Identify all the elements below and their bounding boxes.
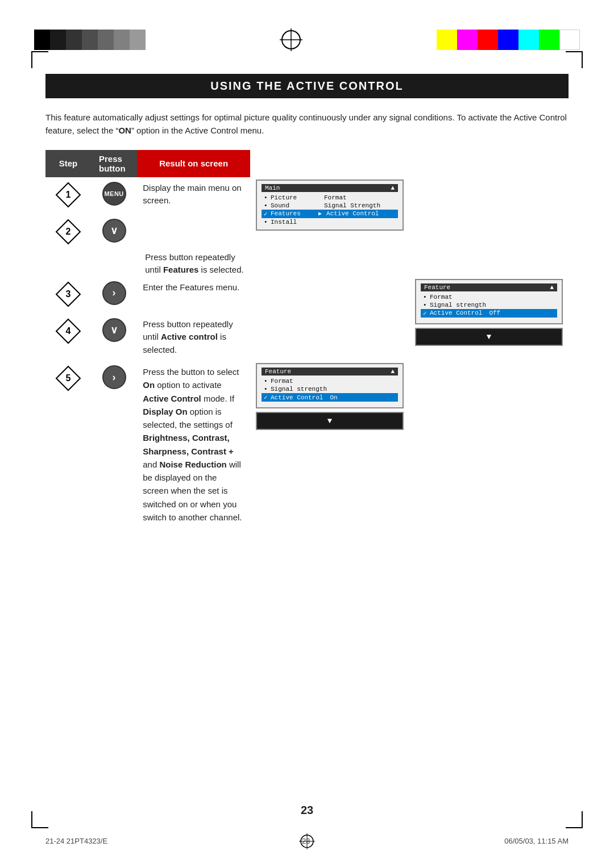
right-button-5: › — [102, 365, 126, 389]
step3-description: Enter the Features menu. — [137, 277, 250, 314]
step5-result-cell: Feature ▲ • Format • Signal strength ✓ — [250, 361, 409, 528]
step-diamond-icon: 3 — [55, 281, 81, 307]
screen3-item-format: • Format — [262, 377, 398, 385]
screen1-item-install: • Install — [262, 218, 398, 226]
col-step: Step — [45, 150, 91, 177]
down-button-cell: ∨ — [91, 214, 137, 251]
screen3-item-signal: • Signal strength — [262, 385, 398, 393]
svg-text:3: 3 — [66, 289, 71, 299]
step-diamond-icon: 1 — [55, 182, 81, 208]
step-number-3: 3 — [45, 277, 91, 314]
doc-ref-right: 06/05/03, 11:15 AM — [504, 837, 569, 845]
page-title-bar: Using the Active Control — [45, 74, 569, 98]
screen1-item-picture: • Picture Format — [262, 194, 398, 202]
svg-text:1: 1 — [66, 190, 71, 199]
screen-mock-3: Feature ▲ • Format • Signal strength ✓ — [256, 363, 404, 408]
right-button-cell-3: › — [91, 277, 137, 314]
screen2-item-signal: • Signal strength — [421, 301, 557, 309]
screen2-title: Feature ▲ — [421, 283, 557, 291]
down-button-cell-4: ∨ — [91, 314, 137, 361]
table-row: 1 MENU Display the main menu on screen. … — [45, 177, 569, 214]
screen1-title: Main ▲ — [262, 184, 398, 192]
screen1-item-sound: • Sound Signal Strength — [262, 202, 398, 210]
step5-description: Press the button to select On option to … — [137, 361, 250, 528]
screen-mock-2b: ▼ — [415, 328, 563, 346]
down-button-4: ∨ — [102, 318, 126, 342]
menu-button: MENU — [102, 182, 126, 206]
instruction-table: Step Press button Result on screen 1 MEN… — [45, 150, 569, 529]
corner-mark-tr — [566, 51, 583, 68]
svg-text:4: 4 — [66, 326, 71, 336]
screen2-item-active: ✓ Active Control Off — [421, 309, 557, 318]
step-number-4: 4 — [45, 314, 91, 361]
color-registration-bar — [34, 27, 580, 52]
down-button: ∨ — [102, 219, 126, 243]
step-diamond-icon: 4 — [55, 318, 81, 344]
main-content: Using the Active Control This feature au… — [45, 74, 569, 811]
menu-button-cell: MENU — [91, 177, 137, 214]
screen-mock-2: Feature ▲ • Format • Signal strength ✓ — [415, 279, 563, 324]
svg-text:2: 2 — [66, 227, 71, 236]
screen2-item-format: • Format — [421, 293, 557, 301]
page-footer: 21-24 21PT4323/E 23 06/05/03, 11:15 AM — [45, 837, 569, 845]
page-number: 23 — [0, 804, 614, 817]
step1-description: Display the main menu on screen. — [137, 177, 250, 251]
col-press: Press button — [91, 150, 137, 177]
screen-mock-1: Main ▲ • Picture Format • Sound Signal S… — [256, 180, 404, 231]
crosshair-footer-icon — [298, 833, 316, 850]
bw-bars — [34, 30, 146, 50]
right-button-3: › — [102, 281, 126, 305]
step3-result-cell: Feature ▲ • Format • Signal strength ✓ — [409, 277, 569, 529]
step-diamond-icon: 2 — [55, 219, 81, 245]
doc-ref-left: 21-24 21PT4323/E — [45, 837, 107, 845]
page-title: Using the Active Control — [57, 80, 557, 93]
screen-mock-3b: ▼ — [256, 412, 404, 430]
screen3-item-active: ✓ Active Control On — [262, 393, 398, 402]
step-number-5: 5 — [45, 361, 91, 519]
step-number-2: 2 — [45, 214, 91, 251]
screen1-item-features: ✓ Features ▶ Active Control — [262, 210, 398, 218]
step2-description: Press button repeatedly until Features i… — [137, 251, 250, 277]
corner-mark-tl — [31, 51, 48, 68]
step4-description: Press button repeatedly until Active con… — [137, 314, 250, 361]
intro-text: This feature automatically adjust settin… — [45, 111, 569, 137]
step1-result-cell: Main ▲ • Picture Format • Sound Signal S… — [250, 177, 409, 314]
crosshair-center-icon — [279, 27, 304, 52]
step-number-1: 1 — [45, 177, 91, 214]
step-diamond-icon: 5 — [55, 365, 81, 391]
right-button-cell-5: › — [91, 361, 137, 519]
screen3-title: Feature ▲ — [262, 368, 398, 375]
table-header-row: Step Press button Result on screen — [45, 150, 569, 177]
col-result: Result on screen — [137, 150, 250, 177]
color-bars — [437, 30, 580, 50]
svg-text:5: 5 — [66, 373, 71, 383]
